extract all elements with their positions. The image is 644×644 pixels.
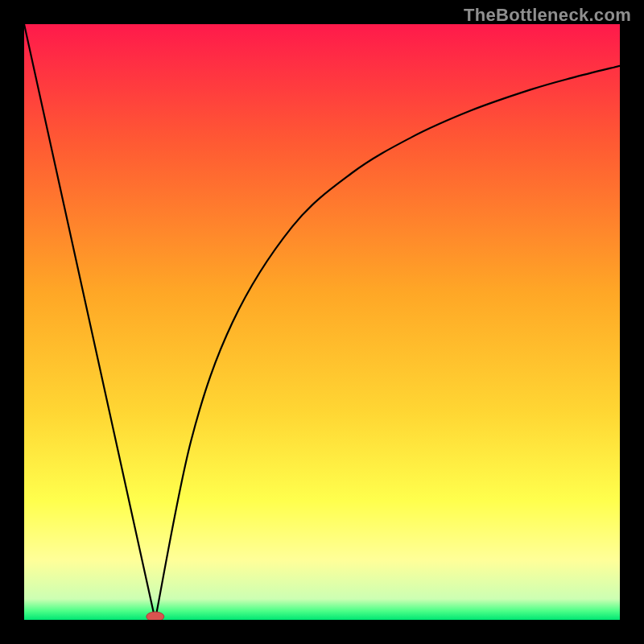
minimum-marker (147, 612, 164, 620)
curve-right-segment (155, 66, 620, 620)
curve-left-segment (24, 24, 155, 620)
chart-frame (24, 24, 620, 620)
chart-curve (24, 24, 620, 620)
attribution-text: TheBottleneck.com (464, 5, 631, 26)
